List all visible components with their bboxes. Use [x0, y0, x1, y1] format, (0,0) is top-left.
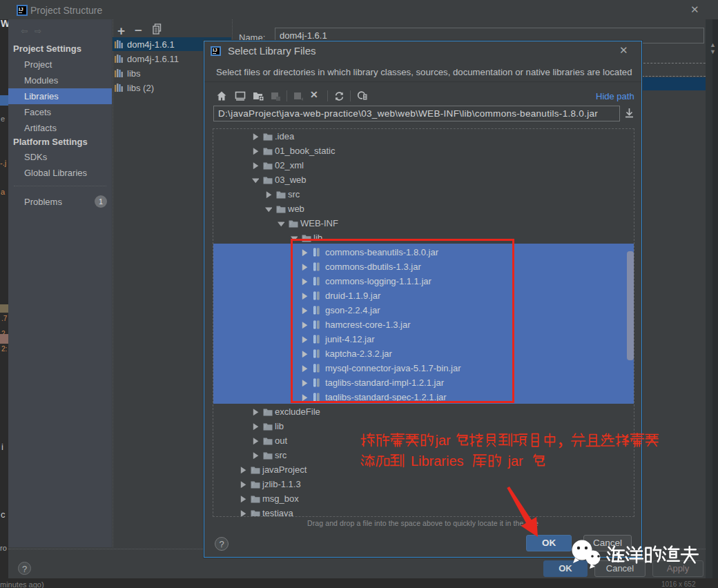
svg-text:jar: jar	[507, 453, 524, 469]
svg-text:Libraries: Libraries	[411, 453, 464, 469]
svg-text:jar: jar	[435, 433, 452, 448]
